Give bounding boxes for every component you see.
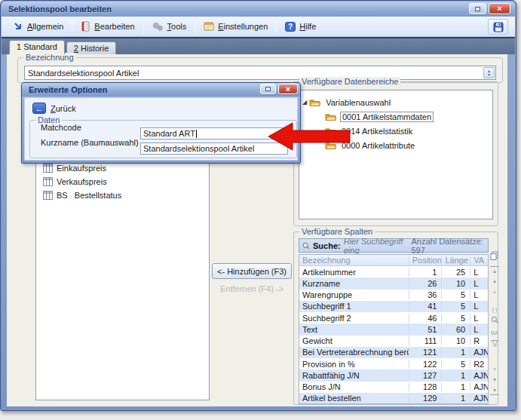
bezeichnung-combobox[interactable]: Standardselektionspool Artikel ▲▼ (24, 66, 496, 80)
floppy-disk-icon (493, 22, 504, 32)
close-icon[interactable]: × (489, 3, 510, 14)
annotation-arrow (264, 118, 354, 156)
daten-group: Daten Matchcode Standard ART Kurzname (B… (29, 120, 297, 158)
columns-table: BezeichnungPositionLängeVA Artikelnummer… (299, 254, 489, 404)
toolbar-item-allgemein[interactable]: Allgemein (9, 20, 68, 34)
tree-expander-icon[interactable]: ◢ (302, 99, 307, 106)
back-arrow-icon: ← (32, 103, 46, 114)
selected-column-item[interactable]: BS Bestellstatus (43, 189, 121, 201)
window-title: Selektionspool bearbeiten (8, 5, 112, 14)
save-button[interactable] (488, 19, 508, 35)
column-header[interactable]: Länge (441, 255, 470, 265)
move-up-icon[interactable]: ▴ (490, 277, 499, 286)
table-row[interactable]: Bei Vertreterabrechnung berücksichtige12… (299, 347, 488, 358)
selected-column-item[interactable]: Einkaufspreis (43, 162, 106, 174)
toolbar-item-einstellungen[interactable]: Einstellungen (199, 20, 272, 33)
toolbar-item-hilfe[interactable]: ?Hilfe (280, 20, 320, 34)
matchcode-label: Matchcode (41, 123, 81, 132)
ba-icon[interactable]: BA (490, 328, 499, 337)
dialog-title: Erweiterte Optionen (29, 85, 108, 94)
table-row[interactable]: Bonus J/N1281AJN (299, 382, 488, 393)
toolbar: AllgemeinBearbeitenToolsEinstellungen?Hi… (2, 17, 515, 37)
tree-item[interactable]: ◢Variablenauswahl (302, 96, 392, 109)
datenbereiche-label: Verfügbare Datenbereiche (299, 77, 400, 86)
table-body: Artikelnummer125LKurzname2610LWarengrupp… (299, 266, 488, 404)
table-row[interactable]: Provision in %1225R2 (299, 358, 488, 369)
dialog-restore-icon[interactable] (260, 84, 276, 94)
copy-icon[interactable] (490, 251, 499, 260)
table-row[interactable]: Artikelnummer125L (299, 266, 488, 277)
search-placeholder: Hier Suchbegriff eing (344, 237, 409, 255)
table-header: BezeichnungPositionLängeVA (299, 255, 488, 266)
table-row[interactable]: Artikel bestellen1291AJN (299, 393, 488, 404)
toolbar-separator (72, 20, 72, 34)
erweiterte-optionen-dialog: Erweiterte Optionen × ← Zurück Daten Mat… (21, 82, 301, 164)
back-button[interactable]: ← Zurück (32, 103, 76, 114)
settings-window-icon (204, 22, 214, 31)
scroll-top-icon[interactable]: ▴ (490, 266, 499, 275)
bezeichnung-group: Bezeichnung Standardselektionspool Artik… (17, 57, 503, 83)
folder-icon (309, 98, 320, 107)
tab-standard[interactable]: 1 Standard (9, 40, 65, 54)
search-label: Suche: (313, 241, 341, 250)
table-row[interactable]: Suchbegriff 2465L (299, 312, 488, 323)
table-row[interactable]: Kurzname2610L (299, 277, 488, 289)
page-up-icon[interactable]: ▵ (490, 287, 499, 296)
table-row[interactable]: Text5160L (299, 323, 488, 335)
screen: Selektionspool bearbeiten × AllgemeinBea… (0, 0, 521, 420)
kurzname-label: Kurzname (Baumauswahl) (41, 138, 139, 147)
text-caret (196, 130, 197, 138)
combobox-spinner-icon[interactable]: ▲▼ (483, 67, 495, 78)
tab-strip: 1 Standard 2 Historie (2, 38, 515, 54)
help-icon: ? (285, 22, 296, 32)
restore-icon[interactable] (469, 3, 486, 14)
grid-nav-strip: ▴▴▵( )BA▿▾▾ (490, 250, 499, 403)
spalten-group: Verfügbare Spalten Suche: Hier Suchbegri… (293, 231, 498, 405)
arrow-up-right-icon (14, 22, 23, 32)
search-icon (302, 241, 310, 250)
app-window: Selektionspool bearbeiten × AllgemeinBea… (0, 0, 516, 411)
column-header[interactable]: VA (470, 255, 488, 265)
grid-icon (43, 191, 53, 200)
dialog-close-icon[interactable]: × (278, 84, 298, 94)
record-count: Anzahl Datensätze: 597 (411, 237, 485, 255)
table-row[interactable]: Rabattfähig J/N1271AJN (299, 369, 488, 381)
move-down-icon[interactable]: ▾ (490, 376, 499, 385)
table-row[interactable]: Gewicht11110R (299, 336, 488, 347)
toolbar-separator (143, 20, 144, 34)
table-row[interactable]: Warengruppe365L (299, 290, 488, 301)
grid-icon (43, 177, 53, 186)
svg-text:?: ? (288, 23, 293, 31)
selected-column-item[interactable]: Verkaufspreis (43, 176, 107, 188)
notebook-icon (81, 21, 90, 32)
brackets-icon[interactable]: ( ) (490, 305, 499, 314)
remove-button-disabled: Entfernen (F4) -> (212, 284, 292, 293)
window-titlebar: Selektionspool bearbeiten × (2, 2, 515, 17)
column-header[interactable]: Position (409, 255, 442, 265)
toolbar-item-bearbeiten[interactable]: Bearbeiten (76, 19, 139, 34)
spalten-label: Verfügbare Spalten (299, 227, 375, 236)
toolbar-item-tools[interactable]: Tools (148, 20, 192, 34)
filter-icon[interactable] (490, 339, 499, 348)
search-bar[interactable]: Suche: Hier Suchbegriff eing Anzahl Date… (299, 238, 489, 253)
scroll-bottom-icon[interactable]: ▾ (490, 386, 499, 395)
toolbar-separator (276, 20, 277, 34)
magnifier-icon[interactable] (490, 315, 499, 324)
grid-icon (43, 164, 53, 173)
dialog-titlebar: Erweiterte Optionen × (22, 83, 300, 97)
dialog-body: ← Zurück Daten Matchcode Standard ART Ku… (24, 97, 298, 161)
page-down-icon[interactable]: ▿ (490, 365, 499, 374)
gears-icon (152, 22, 164, 32)
toolbar-separator (195, 20, 195, 34)
table-row[interactable]: Suchbegriff 1415L (299, 301, 488, 312)
add-button[interactable]: <- Hinzufügen (F3) (212, 263, 292, 279)
column-header[interactable]: Bezeichnung (299, 255, 409, 265)
